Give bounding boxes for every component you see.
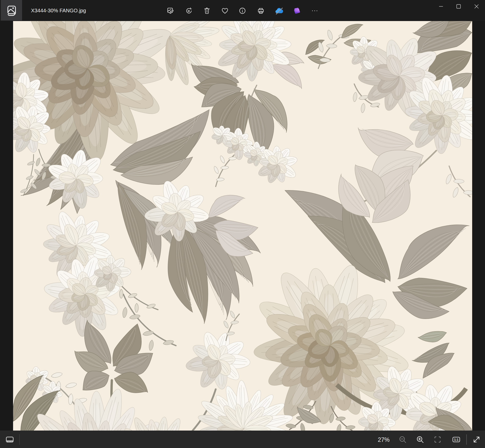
svg-text:1:1: 1:1 (454, 438, 459, 442)
